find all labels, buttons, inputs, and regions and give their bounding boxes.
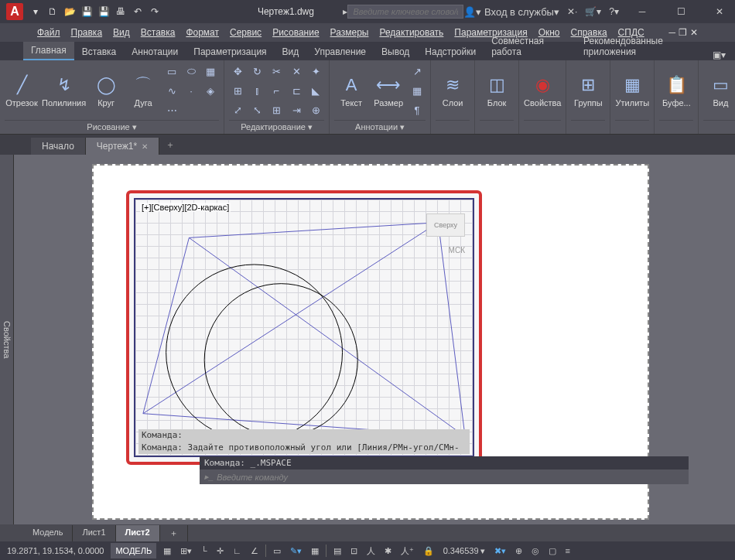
plot-icon[interactable]: 🖶 bbox=[115, 5, 127, 18]
tab-annotate[interactable]: Аннотации bbox=[124, 43, 186, 60]
tab-model-space[interactable]: Модель bbox=[23, 525, 73, 541]
snap-toggle-icon[interactable]: ⊞▾ bbox=[178, 543, 194, 558]
cmd-text[interactable]: AТекст bbox=[334, 73, 368, 108]
cmd-properties[interactable]: ◉Свойства bbox=[524, 73, 561, 108]
cmd-clipboard[interactable]: 📋Буфе... bbox=[659, 73, 693, 108]
tab-insert[interactable]: Вставка bbox=[74, 43, 125, 60]
isolate-icon[interactable]: ◎ bbox=[529, 543, 542, 558]
viewport-label[interactable]: [+][Сверху][2D-каркас] bbox=[140, 203, 231, 212]
quick-props-icon[interactable]: ▤ bbox=[331, 543, 344, 558]
rect-icon[interactable]: ▭ bbox=[163, 63, 180, 80]
cmd-view[interactable]: ▭Вид bbox=[703, 73, 735, 108]
cmd-line[interactable]: ╱Отрезок bbox=[5, 73, 39, 108]
point-icon[interactable]: · bbox=[183, 82, 200, 99]
coordinates-readout[interactable]: 19.2871, 19.1534, 0.0000 bbox=[5, 543, 106, 558]
app-logo[interactable]: A bbox=[6, 3, 23, 20]
anno-autoscale-icon[interactable]: 人⁺ bbox=[398, 543, 416, 558]
extend-icon[interactable]: ⇥ bbox=[288, 101, 305, 118]
tab-view[interactable]: Вид bbox=[275, 43, 307, 60]
explode-icon[interactable]: ✦ bbox=[307, 63, 324, 80]
clean-screen-icon[interactable]: ▢ bbox=[546, 543, 559, 558]
tab-layout1[interactable]: Лист1 bbox=[73, 525, 115, 541]
move-icon[interactable]: ✥ bbox=[229, 63, 246, 80]
workspace-icon[interactable]: ✖▾ bbox=[492, 543, 508, 558]
user-icon[interactable]: 👤▾ Вход в службы▾ bbox=[463, 6, 559, 18]
model-viewport[interactable]: [+][Сверху][2D-каркас] Сверху МСК Команд… bbox=[126, 190, 482, 465]
cmd-layers[interactable]: ≋Слои bbox=[436, 73, 470, 108]
leader-icon[interactable]: ↗ bbox=[409, 63, 426, 80]
chamfer-icon[interactable]: ◣ bbox=[307, 82, 324, 99]
array-icon[interactable]: ⊞ bbox=[268, 101, 285, 118]
polar-icon[interactable]: ✛ bbox=[214, 543, 226, 558]
panel-modify-label[interactable]: Редактирование ▾ bbox=[229, 120, 324, 132]
tab-featured[interactable]: Рекомендованные приложения bbox=[576, 32, 713, 60]
rotate-icon[interactable]: ↻ bbox=[248, 63, 265, 80]
offset-icon[interactable]: ⊏ bbox=[288, 82, 305, 99]
transparency-icon[interactable]: ▦ bbox=[309, 543, 321, 558]
cmd-arc[interactable]: ⌒Дуга bbox=[126, 73, 160, 108]
tab-drawing1[interactable]: Чертеж1*✕ bbox=[86, 138, 159, 155]
osnap-icon[interactable]: ∟ bbox=[231, 543, 244, 558]
tab-parametric[interactable]: Параметризация bbox=[186, 43, 274, 60]
erase-icon[interactable]: ✕ bbox=[288, 63, 305, 80]
cmd-utilities[interactable]: ▦Утилиты bbox=[615, 73, 649, 108]
ellipse-icon[interactable]: ⬭ bbox=[183, 63, 200, 80]
grid-toggle-icon[interactable]: ▦ bbox=[161, 543, 173, 558]
menu-insert[interactable]: Вставка bbox=[141, 27, 176, 38]
tab-manage[interactable]: Управление bbox=[306, 43, 374, 60]
help-icon[interactable]: ?▾ bbox=[609, 6, 619, 17]
undo-icon[interactable]: ↶ bbox=[132, 5, 144, 18]
tab-output[interactable]: Вывод bbox=[374, 43, 417, 60]
annotation-visibility-icon[interactable]: ✱ bbox=[382, 543, 394, 558]
spline-icon[interactable]: ∿ bbox=[163, 82, 180, 99]
maximize-button[interactable]: ☐ bbox=[665, 0, 696, 23]
trim-icon[interactable]: ✂ bbox=[268, 63, 285, 80]
new-icon[interactable]: ▾ bbox=[29, 5, 42, 18]
more-icon[interactable]: ⋯ bbox=[163, 101, 180, 118]
tab-addins[interactable]: Надстройки bbox=[417, 43, 484, 60]
copy-icon[interactable]: ⊞ bbox=[229, 82, 246, 99]
tab-home[interactable]: Главная bbox=[23, 42, 74, 60]
fillet-icon[interactable]: ⌐ bbox=[268, 82, 285, 99]
menu-view[interactable]: Вид bbox=[113, 27, 130, 38]
ortho-icon[interactable]: └ bbox=[199, 543, 210, 558]
cmd-circle[interactable]: ◯Круг bbox=[89, 73, 123, 108]
properties-palette[interactable]: Свойства bbox=[0, 155, 14, 524]
annotation-scale-icon[interactable]: 人 bbox=[364, 543, 378, 558]
menu-modify[interactable]: Редактировать bbox=[379, 27, 443, 38]
join-icon[interactable]: ⊕ bbox=[307, 101, 324, 118]
open-icon[interactable]: 📂 bbox=[63, 5, 76, 18]
ribbon-options-icon[interactable]: ▣▾ bbox=[713, 50, 726, 60]
tab-layout2[interactable]: Лист2 bbox=[116, 525, 160, 541]
stretch-icon[interactable]: ⤢ bbox=[229, 101, 246, 118]
close-button[interactable]: ✕ bbox=[704, 0, 735, 23]
panel-draw-label[interactable]: Рисование ▾ bbox=[5, 120, 219, 132]
view-cube[interactable]: Сверху bbox=[426, 213, 465, 237]
lineweight-icon[interactable]: ✎▾ bbox=[288, 543, 304, 558]
close-tab-icon[interactable]: ✕ bbox=[142, 142, 148, 151]
new-tab-button[interactable]: ＋ bbox=[159, 135, 181, 155]
space-toggle[interactable]: МОДЕЛЬ bbox=[111, 543, 156, 558]
customize-icon[interactable]: ≡ bbox=[563, 543, 573, 558]
cmd-groups[interactable]: ⊞Группы bbox=[571, 73, 605, 108]
menu-dimension[interactable]: Размеры bbox=[330, 27, 369, 38]
hardware-accel-icon[interactable]: ⊕ bbox=[513, 543, 525, 558]
otrack-icon[interactable]: ∠ bbox=[248, 543, 261, 558]
selection-cycling-icon[interactable]: ⊡ bbox=[348, 543, 360, 558]
menu-format[interactable]: Формат bbox=[186, 27, 219, 38]
region-icon[interactable]: ◈ bbox=[202, 82, 219, 99]
lock-ui-icon[interactable]: 🔒 bbox=[421, 543, 436, 558]
mtext-icon[interactable]: ¶ bbox=[409, 101, 426, 118]
panel-annotation-label[interactable]: Аннотации ▾ bbox=[334, 120, 426, 132]
menu-file[interactable]: Файл bbox=[37, 27, 60, 38]
cmd-block[interactable]: ◫Блок bbox=[480, 73, 514, 108]
tab-start[interactable]: Начало bbox=[31, 138, 86, 155]
tab-collaborate[interactable]: Совместная работа bbox=[484, 32, 576, 60]
hatch-icon[interactable]: ▦ bbox=[202, 63, 219, 80]
command-input[interactable]: ▸_Введите команду bbox=[200, 470, 689, 484]
viewport-scale[interactable]: 0.346539▾ bbox=[441, 543, 487, 558]
menu-tools[interactable]: Сервис bbox=[230, 27, 262, 38]
cart-icon[interactable]: 🛒▾ bbox=[585, 6, 601, 17]
mirror-icon[interactable]: ⫿ bbox=[248, 82, 265, 99]
cmd-polyline[interactable]: ↯Полилиния bbox=[42, 73, 86, 108]
